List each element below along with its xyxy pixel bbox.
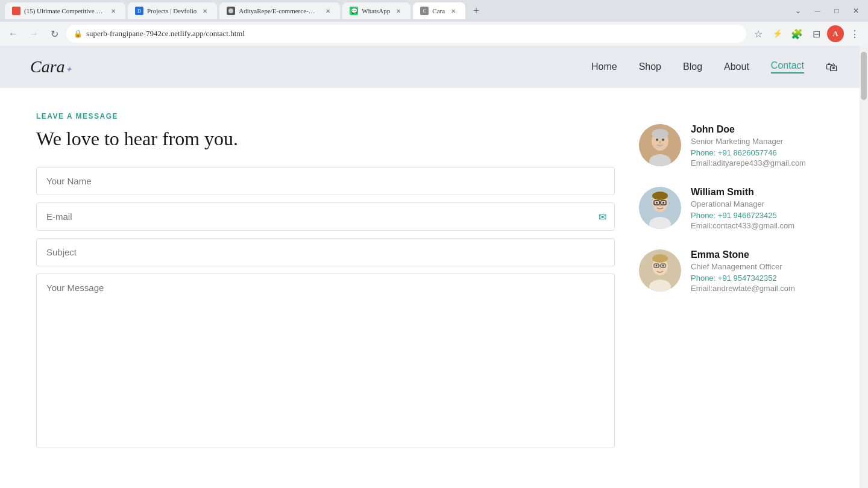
email-icon: ✉ [599,211,606,222]
logo: Cara✦ [30,57,591,77]
message-textarea[interactable] [36,274,615,448]
browser-tab-4[interactable]: 💬 WhatsApp ✕ [342,2,410,19]
toolbar-right: ☆ ⚡ 🧩 ⊟ A ⋮ [750,25,863,42]
scrollbar-thumb[interactable] [861,52,867,100]
nav-blog[interactable]: Blog [683,61,702,72]
svg-point-5 [662,139,664,141]
logo-star: ✦ [65,65,72,74]
performance-icon[interactable]: ⚡ [769,25,786,42]
svg-point-25 [656,265,658,267]
avatar-william [639,187,681,229]
browser-window: (15) Ultimate Competitive Progra... ✕ D … [0,0,868,488]
contact-email-william: Email:contact433@gmail.com [691,221,794,230]
browser-titlebar: (15) Ultimate Competitive Progra... ✕ D … [0,0,868,22]
browser-toolbar: ← → ↻ 🔒 superb-frangipane-7942ce.netlify… [0,22,868,46]
nav-cart-icon[interactable]: 🛍 [826,60,838,74]
contact-info-emma: Emma Stone Chief Management Officer Phon… [691,249,795,293]
name-input[interactable] [36,167,615,195]
svg-point-27 [659,268,661,270]
contact-phone-william: Phone: +91 9466723425 [691,211,794,220]
browser-tab-2[interactable]: D Projects | Devfolio ✕ [128,2,217,19]
svg-point-7 [655,143,665,148]
email-input[interactable] [36,202,615,231]
email-field-group: ✉ [36,202,615,231]
section-label: LEAVE A MESSAGE [36,112,615,120]
svg-point-4 [656,139,658,141]
contact-email-john: Email:adityarepe433@gmail.com [691,158,806,167]
contact-name-william: William Smith [691,187,794,198]
new-tab-button[interactable]: + [468,2,485,19]
name-field-group [36,167,615,195]
contact-card-john: John Doe Senior Marketing Manager Phone:… [639,124,832,167]
nav-contact[interactable]: Contact [771,60,804,74]
maximize-button[interactable]: □ [829,4,844,18]
contact-email-emma: Email:andrewtate@gmail.com [691,284,795,293]
tab-4-label: WhatsApp [362,7,390,14]
profile-avatar[interactable]: A [827,25,844,42]
url-text: superb-frangipane-7942ce.netlify.app/con… [86,29,245,39]
bookmark-star[interactable]: ☆ [750,25,767,42]
nav-shop[interactable]: Shop [639,61,661,72]
section-heading: We love to hear from you. [36,128,615,150]
svg-point-17 [659,204,661,207]
close-window-button[interactable]: ✕ [849,4,863,18]
subject-input[interactable] [36,238,615,266]
svg-point-15 [656,202,658,204]
back-button[interactable]: ← [5,25,22,42]
tab-3-label: AdityaRepe/E-commerce-websit... [239,7,319,14]
contact-name-john: John Doe [691,124,806,135]
svg-point-21 [652,254,668,263]
tab-4-close[interactable]: ✕ [394,6,403,16]
avatar-john [639,124,681,166]
tab-1-label: (15) Ultimate Competitive Progra... [24,7,105,14]
tab-5-label: Cara [432,7,445,14]
svg-point-26 [662,265,664,267]
contact-role-william: Operational Manager [691,199,794,208]
browser-menu[interactable]: ⋮ [846,25,863,42]
site-nav: Home Shop Blog About Contact 🛍 [591,60,838,74]
titlebar-controls: ⌄ ─ □ ✕ [791,4,863,18]
message-field-group [36,274,615,451]
tab-2-label: Projects | Devfolio [147,7,197,14]
browser-tab-3[interactable]: AdityaRepe/E-commerce-websit... ✕ [219,2,340,19]
contact-phone-emma: Phone: +91 9547342352 [691,274,795,283]
svg-point-6 [659,141,661,143]
avatar-emma [639,249,681,292]
minimize-button[interactable]: ─ [810,4,825,18]
browser-tab-5[interactable]: C Cara ✕ [413,2,465,19]
contact-persons-section: John Doe Senior Marketing Manager Phone:… [639,112,832,458]
contact-role-john: Senior Marketing Manager [691,137,806,146]
tabs-dropdown[interactable]: ⌄ [791,4,805,18]
contact-phone-john: Phone: +91 8626057746 [691,148,806,157]
tab-3-close[interactable]: ✕ [323,6,333,16]
subject-field-group [36,238,615,266]
lock-icon: 🔒 [74,30,83,39]
site-header: Cara✦ Home Shop Blog About Contact 🛍 [0,46,868,88]
contact-form-section: LEAVE A MESSAGE We love to hear from you… [36,112,615,458]
website-content: Cara✦ Home Shop Blog About Contact 🛍 LEA… [0,46,868,488]
contact-name-emma: Emma Stone [691,249,795,260]
tab-2-close[interactable]: ✕ [200,6,210,16]
sidebar-toggle[interactable]: ⊟ [808,25,825,42]
contact-card-william: William Smith Operational Manager Phone:… [639,187,832,230]
main-content: LEAVE A MESSAGE We love to hear from you… [0,88,868,482]
contact-info-john: John Doe Senior Marketing Manager Phone:… [691,124,806,167]
nav-about[interactable]: About [724,61,749,72]
forward-button[interactable]: → [25,25,42,42]
nav-home[interactable]: Home [591,61,617,72]
reload-button[interactable]: ↻ [46,25,63,42]
address-bar[interactable]: 🔒 superb-frangipane-7942ce.netlify.app/c… [66,25,746,43]
contact-role-emma: Chief Management Officer [691,262,795,271]
tab-1-close[interactable]: ✕ [108,6,118,16]
extensions-icon[interactable]: 🧩 [788,25,805,42]
svg-point-0 [228,8,233,13]
tab-5-close[interactable]: ✕ [448,6,458,16]
scrollbar-track[interactable] [860,46,868,488]
svg-point-16 [662,202,664,204]
contact-card-emma: Emma Stone Chief Management Officer Phon… [639,249,832,293]
contact-info-william: William Smith Operational Manager Phone:… [691,187,794,230]
svg-point-11 [652,192,668,200]
browser-tab-1[interactable]: (15) Ultimate Competitive Progra... ✕ [5,2,125,19]
svg-point-3 [652,129,668,139]
